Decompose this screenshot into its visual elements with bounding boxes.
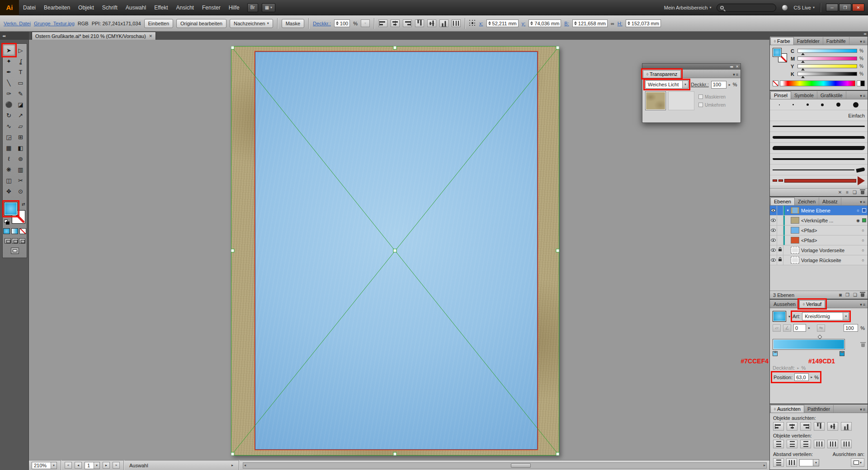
document-tab[interactable]: Ostern Grußkarte.ai* bei 210 % (CMYK/Vor… [32,32,156,40]
trace-button[interactable]: Nachzeichnen▾ [230,19,273,28]
visibility-toggle[interactable] [770,255,777,265]
restore-button[interactable]: ❐ [839,4,851,11]
file-name-link[interactable]: Grunge_Textur.jpg [34,21,75,26]
brush-row-basic[interactable]: Einfach [770,110,868,121]
brush-options-icon[interactable]: ≡ [846,190,849,195]
spinner-icon[interactable]: ▸ [729,83,731,87]
panel-flyout-menu[interactable]: ▾≡ [858,94,868,99]
last-artboard-button[interactable]: » [113,462,120,469]
align-top-button[interactable] [814,422,825,431]
align-center-h-button[interactable] [787,422,797,431]
x-label[interactable]: x: [479,21,483,26]
tab-absatz[interactable]: Absatz [819,197,841,205]
delete-layer-icon[interactable] [861,293,864,297]
tab-pinsel[interactable]: Pinsel [770,91,791,99]
layer-name[interactable]: Vorlage Vorderseite [801,248,860,253]
tool-perspective-grid[interactable]: ⊞ [15,132,27,142]
spacing-vertical-button[interactable] [773,458,784,467]
menu-bearbeiten[interactable]: Bearbeiten [40,0,74,15]
tool-paintbrush[interactable]: ✑ [3,88,15,99]
tool-rotate[interactable]: ↻ [3,110,15,121]
layer-name[interactable]: <Pfad> [801,238,860,243]
layer-row-verknuepfte[interactable]: <Verknüpfte ... ◉ [770,216,868,226]
layer-row-pfad-1[interactable]: <Pfad> ○ [770,226,868,235]
scrollbar-thumb[interactable] [511,463,531,468]
brush-row-stroke[interactable] [770,154,868,164]
screen-mode-button[interactable] [11,248,19,254]
artboard-number-field[interactable]: 1▾ [85,462,100,469]
scale-field[interactable]: 100 [844,324,858,332]
position-field[interactable]: 63,0 [794,373,809,381]
tool-column-graph[interactable]: ▥ [15,164,27,175]
spinner-icon[interactable]: ▸ [811,375,812,379]
opacity-label[interactable]: Deckkr.: [313,21,331,26]
visibility-toggle[interactable] [770,226,777,235]
tool-type[interactable]: T [15,66,27,77]
distribute-center-h-button[interactable] [827,440,838,448]
maskieren-checkbox[interactable] [698,94,703,99]
new-layer-icon[interactable]: ❏ [853,292,857,297]
fill-swatch[interactable] [4,202,18,216]
menu-effekt[interactable]: Effekt [150,0,172,15]
layer-thumbnail[interactable] [791,237,799,244]
reference-point-selector[interactable] [469,20,476,27]
target-icon[interactable]: ◉ [855,218,861,223]
tool-free-transform[interactable]: ▱ [15,121,27,132]
first-artboard-button[interactable]: « [65,462,72,469]
layer-row-pfad-2[interactable]: <Pfad> ○ [770,235,868,245]
tab-verlauf[interactable]: ◊Verlauf [799,300,825,308]
height-field[interactable]: 152,073 mm [626,19,661,27]
tool-artboard[interactable]: ◫ [3,175,15,186]
selection-indicator[interactable] [862,218,866,222]
align-middle-v-button[interactable] [827,422,838,431]
align-horizontal-left-button[interactable] [378,19,387,27]
layer-row-vorlage-vorderseite[interactable]: Vorlage Vorderseite ○ [770,245,868,255]
layer-name[interactable]: <Pfad> [801,228,860,233]
lock-toggle[interactable] [777,216,783,225]
fill-stroke-mini[interactable] [773,48,788,63]
tab-ebenen[interactable]: Ebenen [770,197,795,205]
status-indicator[interactable]: Auswahl▸ [127,463,235,468]
search-box[interactable] [717,4,776,12]
distribute-right-button[interactable] [841,440,852,448]
scroll-right-icon[interactable]: ▸ [764,463,765,467]
mask-thumbnail[interactable] [668,91,694,110]
expand-arrow-icon[interactable]: ▾ [785,208,791,212]
spinner-icon[interactable]: ▸ [808,326,810,330]
slider-thumb[interactable] [801,51,805,55]
tool-scale[interactable]: ↗ [15,110,27,121]
tab-zeichen[interactable]: Zeichen [795,197,819,205]
stepper-icon[interactable] [488,21,491,25]
tab-pathfinder[interactable]: Pathfinder [804,405,834,413]
brush-row-stroke[interactable] [770,143,868,154]
menu-ansicht[interactable]: Ansicht [172,0,198,15]
menu-schrift[interactable]: Schrift [98,0,122,15]
tool-eraser[interactable]: ◪ [15,99,27,110]
menu-hilfe[interactable]: Hilfe [225,0,244,15]
gradient-type-dropdown[interactable]: Kreisförmig▾ [802,312,849,320]
edit-original-button[interactable]: Original bearbeiten [176,19,226,28]
tab-aussehen[interactable]: Aussehen [770,300,799,308]
chevron-down-icon[interactable]: ▾ [788,315,790,319]
layer-thumbnail[interactable] [791,247,799,254]
distribute-bottom-button[interactable] [800,440,811,448]
stepper-icon[interactable] [530,21,533,25]
default-fill-stroke-icon[interactable] [4,220,10,225]
tool-width[interactable]: ∿ [3,121,15,132]
target-icon[interactable]: ○ [860,248,866,253]
menu-fenster[interactable]: Fenster [198,0,225,15]
opacity-field[interactable]: 100 [334,19,350,27]
width-label[interactable]: B: [564,21,569,26]
tool-rectangle[interactable]: ▭ [15,77,27,88]
yellow-slider[interactable] [797,64,857,68]
object-thumbnail[interactable] [645,91,666,110]
panel-flyout-menu[interactable]: ▾≡ [858,39,868,45]
visibility-toggle[interactable] [770,245,777,255]
layer-name[interactable]: Meine Ebene [801,208,855,213]
close-icon[interactable]: ✕ [736,65,738,69]
selection-indicator[interactable] [862,208,866,212]
status-flyout-icon[interactable]: ▸ [231,463,233,467]
height-label[interactable]: H: [618,21,623,26]
lock-toggle[interactable] [777,245,783,255]
bridge-button[interactable]: Br [247,3,258,12]
